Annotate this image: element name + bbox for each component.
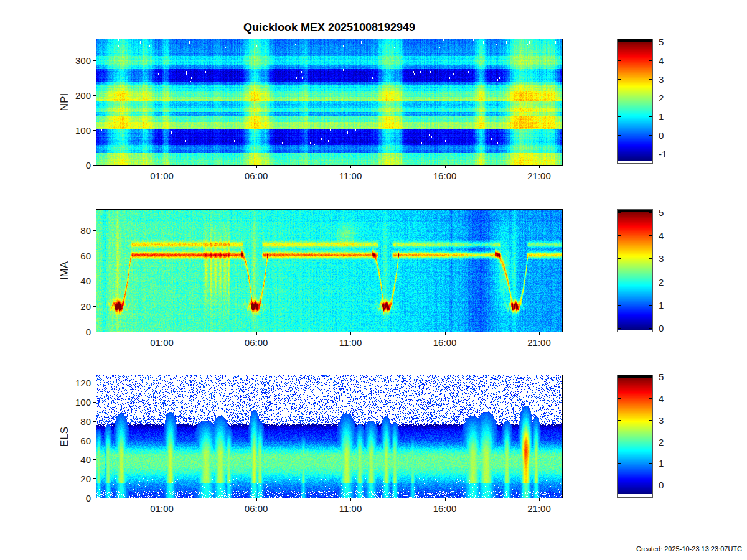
y-tick-label: 80: [0, 416, 91, 426]
x-tick-label: 06:00: [245, 503, 268, 514]
colorbar-tick-label: 1: [659, 458, 664, 469]
els-colorbar: [617, 375, 653, 498]
colorbar-tick-label: 5: [659, 371, 664, 382]
y-tick: [93, 95, 96, 96]
x-tick: [445, 498, 446, 501]
npi-spectrogram-canvas: [96, 39, 562, 165]
y-tick-label: 0: [0, 327, 91, 337]
colorbar-tick-label: 3: [659, 253, 664, 264]
y-tick: [93, 421, 96, 422]
x-tick-label: 06:00: [245, 170, 268, 181]
npi-colorbar-canvas: [618, 39, 652, 163]
x-tick: [162, 332, 162, 335]
y-tick: [93, 498, 96, 498]
y-tick: [93, 306, 96, 307]
colorbar-tick-label: -1: [659, 149, 667, 159]
colorbar-tick-label: 3: [659, 74, 664, 85]
y-tick: [93, 256, 96, 256]
x-tick: [256, 498, 257, 501]
x-tick: [445, 332, 446, 335]
x-tick: [350, 166, 351, 168]
els-colorbar-canvas: [618, 375, 652, 497]
x-tick-label: 21:00: [527, 170, 551, 181]
y-tick: [93, 165, 96, 166]
x-tick-label: 06:00: [245, 337, 268, 348]
figure-title: Quicklook MEX 20251008192949: [243, 21, 415, 34]
x-tick-label: 16:00: [433, 503, 457, 514]
ima-spectrogram-canvas: [96, 210, 562, 332]
y-tick: [93, 402, 96, 403]
colorbar-tick-label: 0: [659, 130, 664, 141]
x-tick: [539, 166, 540, 168]
x-tick: [539, 498, 540, 501]
colorbar-tick-label: 3: [659, 414, 664, 425]
y-tick-label: 40: [0, 454, 91, 465]
x-tick: [162, 166, 162, 168]
y-tick: [93, 60, 96, 61]
y-tick-label: 60: [0, 250, 91, 261]
y-tick: [93, 230, 96, 231]
x-tick-label: 01:00: [150, 337, 174, 348]
x-tick: [350, 498, 351, 501]
colorbar-tick-label: 2: [659, 276, 664, 287]
y-tick-label: 40: [0, 276, 91, 286]
colorbar-tick-label: 0: [659, 323, 664, 334]
y-tick-label: 300: [0, 55, 91, 65]
colorbar-tick-label: 4: [659, 230, 664, 241]
colorbar-tick-label: 4: [659, 55, 664, 66]
y-tick-label: 20: [0, 301, 91, 312]
y-tick-label: 200: [0, 90, 91, 100]
ima-colorbar-canvas: [618, 210, 652, 332]
x-tick-label: 21:00: [527, 503, 551, 514]
x-tick-label: 16:00: [433, 170, 457, 181]
y-tick: [93, 130, 96, 131]
npi-plot-area: [96, 39, 563, 166]
colorbar-tick-label: 5: [659, 207, 664, 217]
x-tick-label: 01:00: [150, 503, 174, 514]
y-tick-label: 80: [0, 225, 91, 235]
quicklook-figure: Quicklook MEX 20251008192949 NPI IMA ELS…: [0, 0, 747, 560]
colorbar-tick-label: 5: [659, 37, 664, 47]
x-tick: [539, 332, 540, 335]
x-tick: [256, 332, 257, 335]
y-tick: [93, 441, 96, 441]
y-tick: [93, 281, 96, 281]
y-tick-label: 60: [0, 435, 91, 446]
colorbar-tick-label: 2: [659, 93, 664, 103]
ima-colorbar: [617, 209, 653, 332]
created-timestamp: Created: 2025-10-23 13:23:07UTC: [636, 545, 742, 553]
y-tick: [93, 383, 96, 383]
els-spectrogram-canvas: [96, 375, 562, 498]
y-tick-label: 20: [0, 474, 91, 484]
x-tick-label: 16:00: [433, 337, 457, 348]
colorbar-tick-label: 0: [659, 480, 664, 490]
npi-colorbar: [617, 39, 653, 164]
y-tick: [93, 478, 96, 479]
x-tick: [162, 498, 162, 501]
y-tick: [93, 332, 96, 332]
x-tick-label: 11:00: [339, 503, 362, 514]
y-tick-label: 0: [0, 160, 91, 170]
x-tick-label: 11:00: [339, 170, 362, 181]
y-tick-label: 0: [0, 493, 91, 503]
colorbar-tick-label: 2: [659, 436, 664, 447]
x-tick: [445, 166, 446, 168]
y-tick-label: 100: [0, 124, 91, 135]
x-tick-label: 11:00: [339, 337, 362, 348]
colorbar-tick-label: 4: [659, 393, 664, 403]
els-plot-area: [96, 375, 563, 498]
y-tick-label: 120: [0, 378, 91, 388]
y-tick: [93, 459, 96, 460]
x-tick-label: 01:00: [150, 170, 174, 181]
colorbar-tick-label: 1: [659, 111, 664, 122]
x-tick: [256, 166, 257, 168]
y-tick-label: 100: [0, 397, 91, 408]
x-tick: [350, 332, 351, 335]
x-tick-label: 21:00: [527, 337, 551, 348]
ima-plot-area: [96, 209, 563, 332]
colorbar-tick-label: 1: [659, 300, 664, 310]
